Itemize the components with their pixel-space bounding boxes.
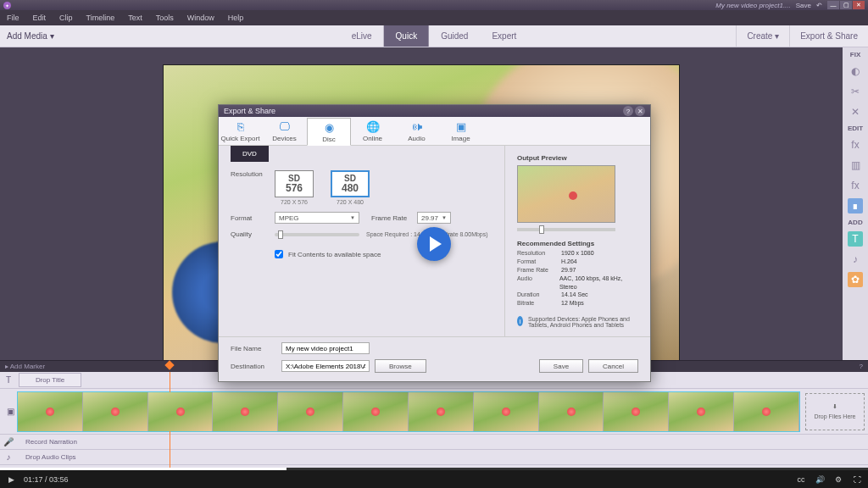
video-track-icon[interactable]: ▣: [3, 407, 17, 416]
create-button[interactable]: Create ▾: [736, 25, 789, 47]
fx1-icon[interactable]: fx: [848, 137, 863, 152]
frame-rate-label: Frame Rate: [371, 214, 417, 222]
titlebar: ✦ My new video project1.... Save ↶ — ▢ ✕: [0, 0, 868, 10]
dialog-help-icon[interactable]: ?: [623, 106, 633, 116]
adjust-icon[interactable]: ◐: [848, 64, 863, 79]
clip-thumb: [83, 392, 148, 431]
export-share-button[interactable]: Export & Share: [789, 25, 868, 47]
menu-edit[interactable]: Edit: [26, 14, 53, 22]
mode-elive[interactable]: eLive: [340, 25, 384, 47]
frame-rate-select[interactable]: 29.97: [417, 212, 451, 224]
menubar: File Edit Clip Timeline Text Tools Windo…: [0, 10, 868, 25]
video-clips[interactable]: [17, 391, 800, 432]
quality-slider[interactable]: [275, 233, 359, 236]
clip-thumb: [539, 392, 604, 431]
add-media-button[interactable]: Add Media ▾: [7, 31, 54, 41]
dialog-close-icon[interactable]: ✕: [635, 106, 645, 116]
text-icon[interactable]: T: [848, 231, 863, 247]
drop-files-slot[interactable]: ⬇ Drop Files Here: [805, 393, 865, 430]
supported-devices-text: Supported Devices: Apple Phones and Tabl…: [528, 316, 638, 328]
music-icon[interactable]: ♪: [848, 252, 863, 267]
graphics-icon[interactable]: ✿: [848, 272, 863, 287]
undo-icon[interactable]: ↶: [816, 2, 822, 9]
drop-audio-slot[interactable]: Drop Audio Clips: [17, 453, 76, 461]
tab-quick-export[interactable]: ⎘Quick Export: [219, 117, 263, 145]
format-select[interactable]: MPEG: [275, 212, 359, 224]
browse-button[interactable]: Browse: [375, 359, 426, 373]
drop-title-slot[interactable]: Drop Title: [19, 373, 81, 387]
output-preview-thumb: [517, 165, 615, 223]
rail-add-label: ADD: [848, 219, 862, 226]
mode-quick[interactable]: Quick: [384, 25, 430, 47]
video-play-overlay-button[interactable]: [417, 227, 451, 261]
dialog-tabs: ⎘Quick Export 🖵Devices ◉Disc 🌐Online 🕪Au…: [219, 117, 650, 146]
fx2-icon[interactable]: fx: [848, 178, 863, 193]
quality-label: Quality: [231, 230, 275, 238]
resolution-option-480[interactable]: SD480: [331, 170, 370, 197]
video-player-controls: ▶ 01:17 / 03:56 cc 🔊 ⚙ ⛶: [0, 470, 868, 488]
resolution-option-576[interactable]: SD576: [275, 170, 314, 197]
transition-icon[interactable]: ▥: [848, 158, 863, 173]
video-fullscreen-icon[interactable]: ⛶: [851, 474, 863, 485]
menu-window[interactable]: Window: [181, 14, 221, 22]
fit-contents-checkbox[interactable]: [275, 250, 283, 258]
rail-fix-label: FIX: [850, 51, 860, 58]
cancel-button[interactable]: Cancel: [588, 359, 638, 373]
image-icon: ▣: [453, 119, 470, 133]
video-play-icon[interactable]: ▶: [5, 474, 17, 485]
clip-thumb: [734, 392, 799, 431]
menu-help[interactable]: Help: [221, 14, 251, 22]
mode-guided[interactable]: Guided: [429, 25, 480, 47]
file-name-input[interactable]: [281, 342, 370, 354]
text-tool-icon[interactable]: T: [0, 372, 17, 389]
destination-input[interactable]: [281, 360, 370, 372]
menu-timeline[interactable]: Timeline: [80, 14, 122, 22]
video-volume-icon[interactable]: 🔊: [814, 474, 826, 485]
fit-contents-label: Fit Contents to available space: [288, 251, 381, 258]
close-button[interactable]: ✕: [853, 1, 865, 9]
clip-thumb: [213, 392, 278, 431]
subtab-dvd[interactable]: DVD: [231, 146, 269, 162]
clip-thumb: [278, 392, 343, 431]
mode-expert[interactable]: Expert: [480, 25, 528, 47]
menu-text[interactable]: Text: [121, 14, 149, 22]
dialog-titlebar: Export & Share ? ✕: [219, 105, 650, 117]
save-link[interactable]: Save: [796, 2, 811, 9]
minimize-button[interactable]: —: [827, 1, 839, 9]
info-icon: i: [517, 316, 523, 326]
record-narration-slot[interactable]: Record Narration: [17, 438, 77, 446]
color-icon[interactable]: ∎: [848, 198, 863, 214]
clip-thumb: [409, 392, 474, 431]
clip-thumb: [604, 392, 669, 431]
add-marker-button[interactable]: ▸ Add Marker: [5, 363, 45, 370]
save-button[interactable]: Save: [539, 359, 583, 373]
crop-icon[interactable]: ✂: [848, 84, 863, 99]
video-progress-bar[interactable]: [0, 468, 868, 470]
clip-thumb: [669, 392, 734, 431]
video-cc-icon[interactable]: cc: [795, 474, 807, 485]
video-settings-icon[interactable]: ⚙: [832, 474, 844, 485]
preview-scrubber[interactable]: [517, 228, 615, 231]
menu-tools[interactable]: Tools: [149, 14, 181, 22]
online-icon: 🌐: [364, 119, 381, 133]
tab-image[interactable]: ▣Image: [439, 117, 483, 145]
video-time: 01:17 / 03:56: [24, 475, 69, 484]
format-label: Format: [231, 214, 275, 222]
timeline: T Drop Title ▣ ⬇ Drop Files Here: [0, 372, 868, 470]
narration-track-icon[interactable]: 🎤: [0, 437, 17, 446]
app-logo-icon: ✦: [3, 2, 11, 9]
tab-devices[interactable]: 🖵Devices: [263, 117, 307, 145]
resolution-sub-480: 720 X 480: [331, 199, 370, 205]
output-preview-heading: Output Preview: [517, 154, 638, 162]
tools-icon[interactable]: ✕: [848, 104, 863, 119]
audio-track-icon[interactable]: ♪: [0, 452, 17, 462]
tab-online[interactable]: 🌐Online: [351, 117, 395, 145]
tab-audio[interactable]: 🕪Audio: [395, 117, 439, 145]
menu-clip[interactable]: Clip: [53, 14, 80, 22]
maximize-button[interactable]: ▢: [840, 1, 852, 9]
audio-icon: 🕪: [409, 119, 426, 133]
recommended-heading: Recommended Settings: [517, 240, 638, 247]
marker-help-icon[interactable]: ?: [860, 363, 863, 370]
menu-file[interactable]: File: [0, 14, 26, 22]
tab-disc[interactable]: ◉Disc: [307, 118, 351, 146]
